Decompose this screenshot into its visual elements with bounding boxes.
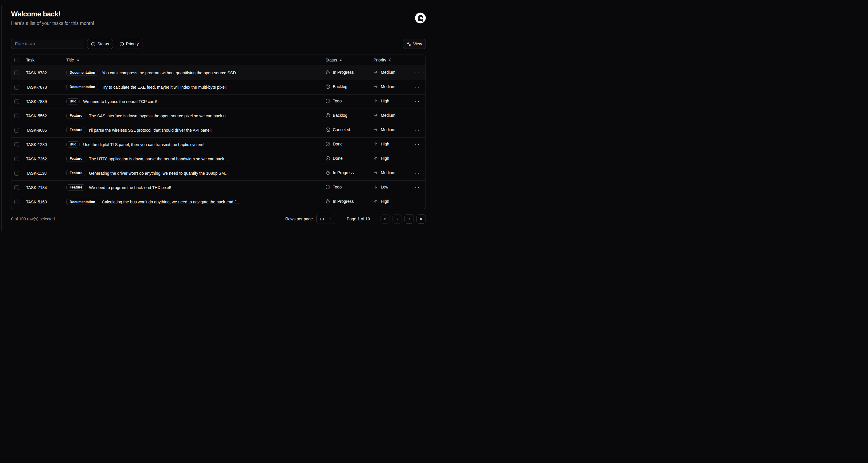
page-header: Welcome back! Here's a list of your task…	[11, 10, 426, 26]
table-row[interactable]: TASK-7878 Documentation Try to calculate…	[11, 80, 426, 94]
table-row[interactable]: TASK-7839 Bug We need to bypass the neur…	[11, 94, 426, 109]
arrow-right-icon	[373, 70, 378, 75]
page-title: Welcome back!	[11, 10, 94, 18]
row-actions-button[interactable]	[413, 126, 421, 134]
previous-page-button[interactable]	[393, 214, 402, 224]
filter-tasks-input[interactable]	[11, 39, 84, 49]
table-row[interactable]: TASK-8686 Feature I'll parse the wireles…	[11, 123, 426, 137]
arrow-up-icon	[373, 142, 378, 146]
ellipsis-icon	[415, 185, 420, 190]
page-header-text: Welcome back! Here's a list of your task…	[11, 10, 94, 26]
first-page-button[interactable]	[380, 214, 390, 224]
pagination-controls: Rows per page 10 Page 1 of 10	[285, 214, 426, 224]
priority-filter-label: Priority	[126, 41, 139, 46]
user-avatar[interactable]	[415, 12, 426, 23]
table-row[interactable]: TASK-5562 Feature The SAS interface is d…	[11, 109, 426, 123]
status-filter-label: Status	[97, 41, 109, 46]
row-checkbox[interactable]	[14, 114, 19, 118]
select-all-checkbox[interactable]	[14, 58, 19, 62]
circle-icon	[326, 98, 330, 103]
chevron-down-icon	[329, 217, 333, 221]
row-actions-button[interactable]	[413, 98, 421, 105]
priority-filter-button[interactable]: Priority	[116, 39, 143, 49]
row-actions-button[interactable]	[413, 198, 421, 206]
row-actions-button[interactable]	[413, 155, 421, 163]
priority-label: High	[381, 156, 389, 161]
task-type-badge: Feature	[66, 170, 85, 176]
arrow-up-icon	[373, 98, 378, 103]
column-header-status[interactable]: Status	[323, 54, 371, 65]
check-circle-icon	[326, 156, 330, 161]
row-checkbox[interactable]	[14, 200, 19, 204]
row-actions-button[interactable]	[413, 112, 421, 120]
page-info: Page 1 of 10	[347, 216, 370, 221]
view-button-label: View	[413, 41, 422, 46]
chevrons-up-down-icon	[76, 58, 80, 62]
task-id: TASK-5562	[24, 109, 64, 123]
table-row[interactable]: TASK-1280 Bug Use the digital TLS panel,…	[11, 137, 426, 152]
sliders-settings-icon	[407, 42, 411, 46]
row-checkbox[interactable]	[14, 142, 19, 147]
view-options-button[interactable]: View	[403, 39, 426, 49]
arrow-up-icon	[373, 156, 378, 161]
row-checkbox[interactable]	[14, 185, 19, 190]
table-toolbar: Status Priority View	[11, 39, 426, 49]
task-title: We need to program the back-end THX pixe…	[89, 185, 171, 190]
rows-per-page-select[interactable]: 10	[316, 214, 336, 224]
arrow-right-icon	[373, 127, 378, 132]
task-id: TASK-7262	[24, 152, 64, 166]
task-id: TASK-1138	[24, 166, 64, 180]
task-type-badge: Documentation	[66, 70, 98, 76]
arrow-right-icon	[373, 113, 378, 118]
page-subtitle: Here's a list of your tasks for this mon…	[11, 21, 94, 26]
chevrons-left-icon	[383, 217, 387, 221]
row-checkbox[interactable]	[14, 85, 19, 90]
row-checkbox[interactable]	[14, 99, 19, 104]
ellipsis-icon	[415, 156, 420, 161]
last-page-button[interactable]	[416, 214, 426, 224]
row-actions-button[interactable]	[413, 69, 421, 77]
task-type-badge: Documentation	[66, 84, 98, 90]
help-circle-icon	[326, 84, 330, 89]
selection-count-text: 0 of 100 row(s) selected.	[11, 216, 56, 221]
table-row[interactable]: TASK-8782 Documentation You can't compre…	[11, 65, 426, 80]
status-label: In Progress	[333, 170, 354, 175]
ellipsis-icon	[415, 142, 420, 147]
chevrons-up-down-icon	[389, 58, 392, 62]
column-header-priority[interactable]: Priority	[371, 54, 411, 65]
task-title: The SAS interface is down, bypass the op…	[89, 114, 229, 118]
arrow-down-icon	[373, 185, 378, 190]
row-actions-button[interactable]	[413, 83, 421, 91]
status-label: In Progress	[333, 199, 354, 204]
task-id: TASK-7839	[24, 94, 64, 109]
column-header-title[interactable]: Title	[64, 54, 323, 65]
timer-icon	[326, 70, 330, 75]
timer-icon	[326, 199, 330, 204]
task-title: We need to bypass the neural TCP card!	[83, 99, 157, 104]
ellipsis-icon	[415, 85, 420, 90]
circle-icon	[326, 185, 330, 190]
row-actions-button[interactable]	[413, 184, 421, 192]
row-checkbox[interactable]	[14, 156, 19, 161]
task-type-badge: Documentation	[66, 199, 98, 205]
table-row[interactable]: TASK-5160 Documentation Calculating the …	[11, 195, 426, 209]
priority-label: High	[381, 199, 389, 204]
status-label: Todo	[333, 98, 342, 103]
row-actions-button[interactable]	[413, 170, 421, 177]
row-checkbox[interactable]	[14, 128, 19, 133]
table-row[interactable]: TASK-7184 Feature We need to program the…	[11, 180, 426, 195]
column-header-task: Task	[24, 54, 64, 65]
status-label: Done	[333, 156, 342, 161]
table-row[interactable]: TASK-7262 Feature The UTF8 application i…	[11, 152, 426, 166]
task-type-badge: Feature	[66, 156, 85, 162]
ellipsis-icon	[415, 200, 420, 204]
row-checkbox[interactable]	[14, 70, 19, 75]
row-actions-button[interactable]	[413, 141, 421, 148]
next-page-button[interactable]	[404, 214, 414, 224]
task-id: TASK-5160	[24, 195, 64, 209]
row-checkbox[interactable]	[14, 171, 19, 176]
arrow-right-icon	[373, 170, 378, 175]
status-filter-button[interactable]: Status	[87, 39, 113, 49]
table-row[interactable]: TASK-1138 Feature Generating the driver …	[11, 166, 426, 180]
ellipsis-icon	[415, 128, 420, 133]
